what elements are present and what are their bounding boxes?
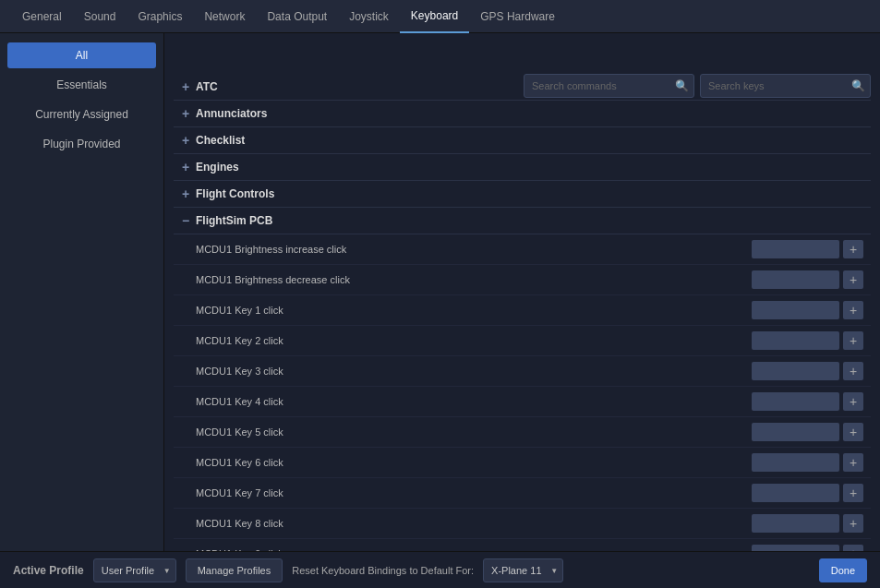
search-keys-input[interactable] (700, 74, 871, 98)
flightsim-pcb-commands: MCDU1 Brightness increase click + MCDU1 … (174, 234, 871, 551)
key-binding[interactable] (752, 453, 839, 472)
add-binding-button[interactable]: + (843, 301, 863, 319)
key-binding[interactable] (752, 270, 839, 289)
category-list: + ATC + Annunciators + Checklist + Engin… (174, 74, 871, 551)
add-binding-button[interactable]: + (843, 484, 863, 502)
add-binding-button[interactable]: + (843, 453, 863, 472)
command-name: MCDU1 Key 9 click (196, 548, 752, 551)
expand-engines-icon: + (179, 161, 192, 174)
category-flight-controls-label: Flight Controls (196, 187, 274, 200)
category-checklist-label: Checklist (196, 134, 245, 147)
search-commands-wrap: 🔍 (524, 74, 694, 98)
main-area: All Essentials Currently Assigned Plugin… (0, 33, 880, 551)
reset-label: Reset Keyboard Bindings to Default For: (292, 565, 474, 576)
category-flightsim-pcb[interactable]: − FlightSim PCB (174, 208, 871, 234)
manage-profiles-button[interactable]: Manage Profiles (186, 558, 283, 582)
nav-network[interactable]: Network (193, 0, 256, 33)
command-name: MCDU1 Brightness decrease click (196, 274, 752, 285)
key-binding[interactable] (752, 362, 839, 380)
command-name: MCDU1 Key 1 click (196, 305, 752, 316)
add-binding-button[interactable]: + (843, 362, 863, 380)
key-binding[interactable] (752, 423, 839, 441)
command-row: MCDU1 Key 6 click + (174, 448, 871, 478)
command-row: MCDU1 Key 9 click + (174, 539, 871, 551)
sidebar-btn-currently-assigned[interactable]: Currently Assigned (7, 102, 156, 127)
nav-gps-hardware[interactable]: GPS Hardware (469, 0, 566, 33)
profile-select-wrap: User Profile (93, 558, 176, 582)
category-engines-label: Engines (196, 161, 239, 174)
sidebar: All Essentials Currently Assigned Plugin… (0, 33, 164, 551)
command-row: MCDU1 Key 4 click + (174, 387, 871, 417)
command-row: MCDU1 Key 7 click + (174, 478, 871, 509)
expand-atc-icon: + (179, 80, 192, 93)
nav-graphics[interactable]: Graphics (127, 0, 193, 33)
expand-flight-controls-icon: + (179, 187, 192, 200)
add-binding-button[interactable]: + (843, 423, 863, 441)
key-binding[interactable] (752, 484, 839, 502)
key-binding[interactable] (752, 301, 839, 319)
search-keys-wrap: 🔍 (700, 74, 871, 98)
key-binding[interactable] (752, 514, 839, 533)
command-row: MCDU1 Key 8 click + (174, 509, 871, 539)
content-area: 🔍 🔍 + ATC + Annunciators + Checklist (164, 33, 880, 551)
top-nav: General Sound Graphics Network Data Outp… (0, 0, 880, 33)
command-name: MCDU1 Brightness increase click (196, 244, 752, 255)
sidebar-btn-all[interactable]: All (7, 42, 156, 68)
category-annunciators[interactable]: + Annunciators (174, 101, 871, 127)
command-name: MCDU1 Key 2 click (196, 335, 752, 346)
command-row: MCDU1 Key 5 click + (174, 417, 871, 448)
command-name: MCDU1 Key 8 click (196, 518, 752, 529)
category-checklist[interactable]: + Checklist (174, 127, 871, 154)
add-binding-button[interactable]: + (843, 514, 863, 533)
command-row: MCDU1 Key 1 click + (174, 295, 871, 326)
profile-select[interactable]: User Profile (93, 558, 176, 582)
category-engines[interactable]: + Engines (174, 154, 871, 181)
command-row: MCDU1 Key 3 click + (174, 356, 871, 387)
sidebar-btn-essentials[interactable]: Essentials (7, 72, 156, 98)
add-binding-button[interactable]: + (843, 331, 863, 350)
command-name: MCDU1 Key 5 click (196, 426, 752, 438)
key-binding[interactable] (752, 331, 839, 350)
nav-joystick[interactable]: Joystick (338, 0, 400, 33)
nav-keyboard[interactable]: Keyboard (400, 0, 469, 33)
command-name: MCDU1 Key 4 click (196, 396, 752, 407)
category-atc-label: ATC (196, 80, 218, 93)
search-commands-input[interactable] (524, 74, 694, 98)
key-binding[interactable] (752, 392, 839, 411)
reset-target-wrap: X-Plane 11 (483, 558, 563, 582)
search-bar: 🔍 🔍 (524, 74, 871, 98)
add-binding-button[interactable]: + (843, 392, 863, 411)
add-binding-button[interactable]: + (843, 270, 863, 289)
command-name: MCDU1 Key 7 click (196, 487, 752, 498)
category-flightsim-pcb-label: FlightSim PCB (196, 214, 272, 227)
add-binding-button[interactable]: + (843, 545, 863, 551)
command-row: MCDU1 Key 2 click + (174, 326, 871, 356)
command-row: MCDU1 Brightness decrease click + (174, 265, 871, 295)
command-name: MCDU1 Key 6 click (196, 457, 752, 468)
add-binding-button[interactable]: + (843, 240, 863, 258)
command-name: MCDU1 Key 3 click (196, 366, 752, 377)
sidebar-btn-plugin-provided[interactable]: Plugin Provided (7, 131, 156, 157)
done-button[interactable]: Done (819, 558, 867, 582)
command-row: MCDU1 Brightness increase click + (174, 234, 871, 265)
expand-annunciators-icon: + (179, 107, 192, 120)
category-flight-controls[interactable]: + Flight Controls (174, 181, 871, 208)
nav-general[interactable]: General (11, 0, 73, 33)
bottom-bar: Active Profile User Profile Manage Profi… (0, 551, 880, 588)
key-binding[interactable] (752, 240, 839, 258)
nav-sound[interactable]: Sound (73, 0, 127, 33)
category-annunciators-label: Annunciators (196, 107, 267, 120)
reset-target-select[interactable]: X-Plane 11 (483, 558, 563, 582)
active-profile-label: Active Profile (13, 564, 84, 577)
nav-data-output[interactable]: Data Output (256, 0, 338, 33)
expand-flightsim-pcb-icon: − (179, 214, 192, 227)
expand-checklist-icon: + (179, 134, 192, 147)
key-binding[interactable] (752, 545, 839, 551)
